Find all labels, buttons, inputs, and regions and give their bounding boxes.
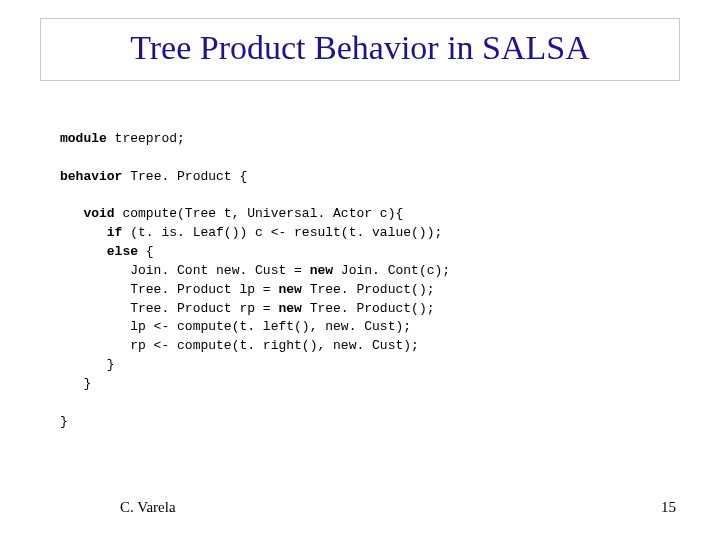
code-indent [60, 282, 130, 297]
title-box: Tree Product Behavior in SALSA [40, 18, 680, 81]
code-text: lp <- compute(t. left(), new. Cust); [130, 319, 411, 334]
code-text: Tree. Product(); [302, 301, 435, 316]
code-text: } [60, 357, 115, 372]
keyword-new: new [278, 282, 301, 297]
code-text: Join. Cont new. Cust = [130, 263, 309, 278]
keyword-new: new [310, 263, 333, 278]
code-text: rp <- compute(t. right(), new. Cust); [130, 338, 419, 353]
code-indent [60, 319, 130, 334]
footer-author: C. Varela [120, 499, 176, 516]
code-text: } [60, 376, 91, 391]
keyword-behavior: behavior [60, 169, 122, 184]
keyword-else: else [107, 244, 138, 259]
code-text: { [138, 244, 154, 259]
code-text: } [60, 414, 68, 429]
code-indent [60, 244, 107, 259]
keyword-new: new [278, 301, 301, 316]
keyword-module: module [60, 131, 107, 146]
code-indent [60, 301, 130, 316]
code-indent [60, 338, 130, 353]
slide: Tree Product Behavior in SALSA module tr… [0, 0, 720, 540]
code-indent [60, 263, 130, 278]
keyword-void: void [83, 206, 114, 221]
code-text: compute(Tree t, Universal. Actor c){ [115, 206, 404, 221]
code-text: Tree. Product { [122, 169, 247, 184]
code-text: treeprod; [107, 131, 185, 146]
keyword-if: if [107, 225, 123, 240]
code-block: module treeprod; behavior Tree. Product … [60, 130, 660, 432]
slide-title: Tree Product Behavior in SALSA [55, 29, 665, 66]
code-text: (t. is. Leaf()) c <- result(t. value()); [122, 225, 442, 240]
code-text: Tree. Product(); [302, 282, 435, 297]
code-indent [60, 225, 107, 240]
code-indent [60, 206, 83, 221]
code-text: Join. Cont(c); [333, 263, 450, 278]
code-text: Tree. Product lp = [130, 282, 278, 297]
footer-page-number: 15 [661, 499, 676, 516]
code-text: Tree. Product rp = [130, 301, 278, 316]
